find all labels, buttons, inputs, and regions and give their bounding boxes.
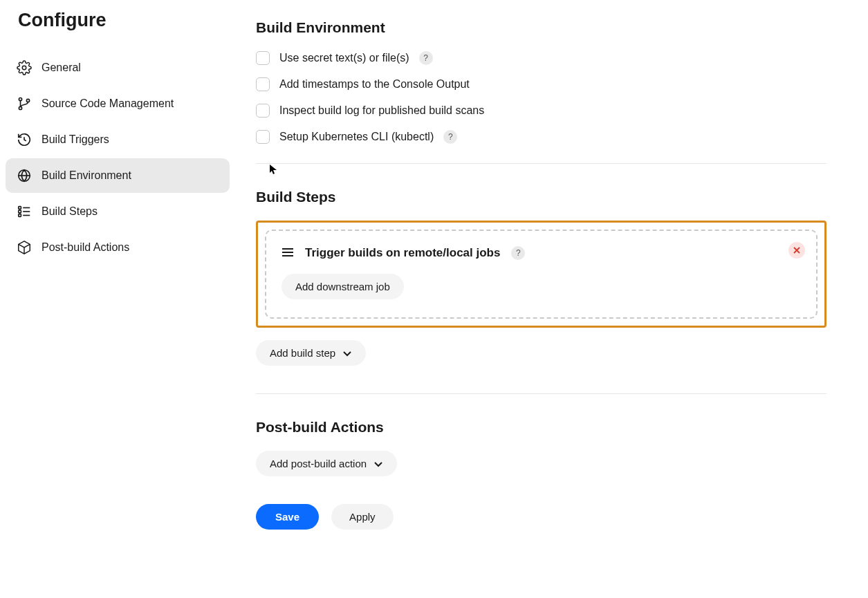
env-option-secret: Use secret text(s) or file(s) ?: [256, 51, 827, 65]
section-title-build-steps: Build Steps: [256, 189, 827, 205]
env-option-kubectl: Setup Kubernetes CLI (kubectl) ?: [256, 130, 827, 144]
svg-point-3: [26, 99, 29, 102]
globe-icon: [17, 168, 32, 183]
help-icon[interactable]: ?: [419, 51, 433, 65]
sidebar-item-label: Source Code Management: [41, 97, 174, 110]
env-option-timestamps: Add timestamps to the Console Output: [256, 77, 827, 91]
env-option-label: Use secret text(s) or file(s): [279, 52, 409, 64]
env-option-build-scans: Inspect build log for published build sc…: [256, 104, 827, 118]
gear-icon: [17, 60, 32, 75]
button-label: Add post-build action: [270, 458, 367, 469]
remove-step-button[interactable]: [788, 242, 805, 259]
build-step-highlight: Trigger builds on remote/local jobs ? Ad…: [256, 221, 827, 328]
svg-rect-7: [19, 214, 21, 217]
section-title-post-build: Post-build Actions: [256, 419, 827, 436]
apply-button[interactable]: Apply: [331, 504, 394, 530]
checkbox-timestamps[interactable]: [256, 77, 270, 91]
actions-bar: Save Apply: [256, 504, 827, 530]
button-label: Add build step: [270, 347, 335, 359]
help-icon[interactable]: ?: [511, 246, 525, 260]
build-step-header: Trigger builds on remote/local jobs ?: [281, 246, 801, 260]
sidebar-item-build-steps[interactable]: Build Steps: [6, 194, 230, 229]
sidebar-item-label: Build Steps: [41, 205, 98, 218]
sidebar-item-label: Build Environment: [41, 169, 131, 182]
divider: [256, 163, 827, 164]
env-option-label: Add timestamps to the Console Output: [279, 78, 470, 91]
sidebar-item-scm[interactable]: Source Code Management: [6, 86, 230, 121]
drag-handle-icon[interactable]: [281, 247, 294, 259]
steps-icon: [17, 204, 32, 219]
build-step-title: Trigger builds on remote/local jobs: [305, 246, 500, 260]
build-step-card: Trigger builds on remote/local jobs ? Ad…: [265, 230, 818, 319]
git-branch-icon: [17, 96, 32, 111]
sidebar-item-build-environment[interactable]: Build Environment: [6, 158, 230, 193]
add-build-step-button[interactable]: Add build step: [256, 340, 366, 366]
checkbox-secret-texts[interactable]: [256, 51, 270, 65]
env-option-label: Inspect build log for published build sc…: [279, 104, 484, 117]
page-title: Configure: [18, 10, 235, 31]
sidebar: Configure General Source Code Management…: [6, 10, 235, 530]
svg-rect-5: [19, 207, 21, 209]
checkbox-kubectl[interactable]: [256, 130, 270, 144]
sidebar-item-general[interactable]: General: [6, 50, 230, 85]
svg-point-0: [22, 66, 26, 70]
history-icon: [17, 132, 32, 147]
svg-point-2: [19, 106, 21, 109]
sidebar-item-label: Post-build Actions: [41, 241, 129, 254]
env-option-label: Setup Kubernetes CLI (kubectl): [279, 131, 434, 143]
svg-point-1: [19, 97, 21, 100]
sidebar-item-label: General: [41, 62, 81, 74]
main-content: Build Environment Use secret text(s) or …: [235, 10, 868, 530]
svg-rect-6: [19, 210, 21, 213]
checkbox-build-scans[interactable]: [256, 104, 270, 118]
divider: [256, 393, 827, 394]
save-button[interactable]: Save: [256, 504, 319, 530]
package-icon: [17, 240, 32, 255]
chevron-down-icon: [342, 348, 352, 358]
sidebar-item-label: Build Triggers: [41, 133, 109, 146]
sidebar-nav: General Source Code Management Build Tri…: [6, 50, 235, 265]
help-icon[interactable]: ?: [443, 130, 457, 144]
section-title-build-environment: Build Environment: [256, 19, 827, 36]
add-post-build-action-button[interactable]: Add post-build action: [256, 451, 397, 476]
sidebar-item-post-build[interactable]: Post-build Actions: [6, 230, 230, 265]
add-downstream-job-button[interactable]: Add downstream job: [281, 274, 404, 299]
build-environment-options: Use secret text(s) or file(s) ? Add time…: [256, 51, 827, 144]
sidebar-item-triggers[interactable]: Build Triggers: [6, 122, 230, 157]
chevron-down-icon: [373, 459, 383, 469]
